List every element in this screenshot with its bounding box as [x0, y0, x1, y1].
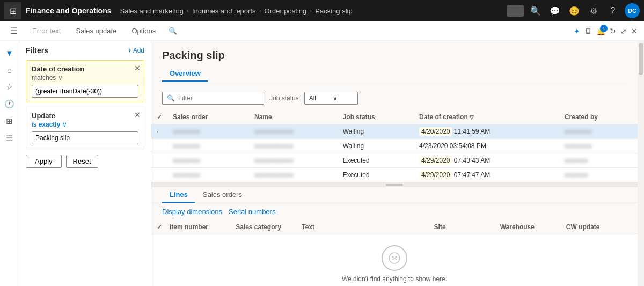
breadcrumb-order-posting[interactable]: Order posting [265, 7, 307, 15]
table-row[interactable]: · ●●●●●●● ●●●●●●●●●● Waiting 4/20/2020 1… [151, 124, 638, 139]
date-highlight: 4/20/2020 [419, 127, 452, 136]
close-icon[interactable]: ✕ [631, 27, 638, 35]
modules-icon[interactable]: ☰ [2, 131, 17, 146]
col-created-by: Created by [559, 110, 638, 124]
scrollbar-thumb[interactable] [639, 43, 643, 75]
filter-icon[interactable]: ▼ [2, 45, 17, 60]
blurred-sales-order: ●●●●●●● [173, 128, 200, 135]
reset-button[interactable]: Reset [66, 155, 98, 168]
date-time: 11:41:59 AM [454, 128, 490, 135]
tab-overview[interactable]: Overview [162, 66, 208, 82]
date-time: 07:43:43 AM [454, 157, 490, 164]
row-sales-order: ●●●●●●● [167, 139, 249, 153]
bottom-table-area: ✓ Item number Sales category Text Site W… [151, 220, 638, 286]
date-value: 4/23/2020 [419, 142, 448, 150]
bottom-col-site: Site [434, 223, 500, 231]
tab-sales-orders[interactable]: Sales orders [195, 187, 250, 203]
blurred-name: ●●●●●●●●●● [254, 157, 293, 164]
update-filter-title: Update [32, 112, 138, 120]
grid-menu-button[interactable]: ⊞ [4, 2, 21, 19]
bottom-col-item-number: Item number [170, 223, 236, 231]
date-filter-input[interactable] [32, 85, 138, 98]
job-status-select[interactable]: All ∨ [304, 92, 358, 105]
update-filter-exactly-text: is [32, 121, 36, 128]
content-main: Packing slip Overview 🔍 Job status All ∨ [151, 41, 638, 286]
bottom-table-header: ✓ Item number Sales category Text Site W… [151, 220, 638, 234]
breadcrumb-inquiries[interactable]: Inquiries and reports [192, 7, 256, 15]
filter-panel: Filters + Add ✕ Date of creation matches… [19, 41, 151, 286]
col-sales-order: Sales order [167, 110, 249, 124]
options-button[interactable]: Options [127, 25, 160, 37]
date-highlight: 4/29/2020 [419, 171, 452, 179]
favorites-icon[interactable]: ☆ [2, 79, 17, 94]
svg-point-2 [396, 256, 397, 258]
workspaces-icon[interactable]: ⊞ [2, 114, 17, 129]
help-icon[interactable]: ? [605, 3, 620, 18]
table-row[interactable]: ●●●●●●● ●●●●●●●●●● Executed 4/29/2020 07… [151, 168, 638, 182]
update-filter-exactly-keyword: exactly [39, 121, 61, 128]
row-sales-order: ●●●●●●● [167, 168, 249, 182]
bottom-tabs: Lines Sales orders [151, 187, 638, 203]
notification-icon[interactable]: 🔔 1 [596, 27, 605, 35]
filter-search-icon: 🔍 [167, 94, 175, 102]
recent-icon[interactable]: 🕐 [2, 97, 17, 112]
magic-wand-icon[interactable]: ✦ [574, 27, 580, 35]
settings-icon[interactable]: ⚙ [586, 3, 601, 18]
main-table-area: ✓ Sales order Name Job status Date of cr… [151, 110, 638, 286]
date-filter-title: Date of creation [32, 65, 138, 73]
update-filter-close-icon[interactable]: ✕ [134, 111, 141, 119]
blurred-created-by: ●●●●●● [565, 171, 588, 179]
refresh-icon[interactable]: ↻ [610, 27, 616, 35]
blurred-sales-order: ●●●●●●● [173, 142, 200, 150]
add-filter-button[interactable]: + Add [128, 47, 144, 54]
row-date: 4/20/2020 11:41:59 AM [414, 124, 559, 139]
bottom-actions: Display dimensions Serial numbers [151, 203, 638, 220]
row-created-by: ●●●●●●● [559, 124, 638, 139]
bottom-col-warehouse: Warehouse [500, 223, 566, 231]
row-sales-order: ●●●●●●● [167, 153, 249, 168]
divider-handle[interactable] [386, 184, 403, 186]
hamburger-menu-icon[interactable]: ☰ [6, 24, 21, 39]
date-filter-subtitle-text: matches [32, 74, 56, 82]
avatar[interactable]: DC [625, 3, 640, 18]
bottom-col-check: ✓ [157, 223, 170, 231]
update-filter-subtitle[interactable]: is exactly ∨ [32, 121, 138, 128]
chat-icon[interactable]: 💬 [547, 3, 562, 18]
date-of-creation-filter: ✕ Date of creation matches ∨ [26, 60, 144, 102]
display-dimensions-button[interactable]: Display dimensions [162, 208, 222, 216]
empty-state: We didn't find anything to show here. [151, 234, 638, 286]
sales-update-button[interactable]: Sales update [71, 25, 121, 37]
date-time: 07:47:47 AM [454, 171, 490, 179]
screen-icon[interactable]: 🖥 [584, 27, 592, 35]
home-icon[interactable]: ⌂ [2, 62, 17, 77]
smiley-icon[interactable]: 😊 [567, 3, 582, 18]
resize-divider[interactable] [151, 182, 638, 187]
breadcrumb: Sales and marketing › Inquiries and repo… [120, 7, 502, 15]
search-button[interactable]: 🔍 [169, 27, 177, 35]
row-check [151, 153, 167, 168]
breadcrumb-packing-slip[interactable]: Packing slip [315, 7, 352, 15]
row-date: 4/29/2020 07:43:43 AM [414, 153, 559, 168]
update-filter: ✕ Update is exactly ∨ [26, 107, 144, 149]
col-name: Name [249, 110, 338, 124]
date-highlight: 4/29/2020 [419, 156, 452, 165]
filter-search-input[interactable] [178, 94, 259, 102]
apply-button[interactable]: Apply [26, 155, 62, 168]
row-sales-order: ●●●●●●● [167, 124, 249, 139]
search-icon[interactable]: 🔍 [528, 3, 543, 18]
left-sidebar: ▼ ⌂ ☆ 🕐 ⊞ ☰ [0, 41, 19, 286]
vertical-scrollbar[interactable] [638, 41, 644, 286]
serial-numbers-button[interactable]: Serial numbers [229, 208, 275, 216]
update-filter-input[interactable] [32, 131, 138, 144]
top-bar: ⊞ Finance and Operations Sales and marke… [0, 0, 644, 21]
date-filter-subtitle[interactable]: matches ∨ [32, 74, 138, 82]
row-name: ●●●●●●●●●● [249, 139, 338, 153]
row-job-status: Waiting [338, 139, 414, 153]
table-row[interactable]: ●●●●●●● ●●●●●●●●●● Executed 4/29/2020 07… [151, 153, 638, 168]
expand-icon[interactable]: ⤢ [620, 27, 627, 35]
tab-lines[interactable]: Lines [162, 187, 195, 203]
date-filter-close-icon[interactable]: ✕ [134, 64, 141, 72]
breadcrumb-sales-marketing[interactable]: Sales and marketing [120, 7, 184, 15]
content-header: Packing slip Overview [151, 41, 638, 86]
table-row[interactable]: ●●●●●●● ●●●●●●●●●● Waiting 4/23/2020 03:… [151, 139, 638, 153]
